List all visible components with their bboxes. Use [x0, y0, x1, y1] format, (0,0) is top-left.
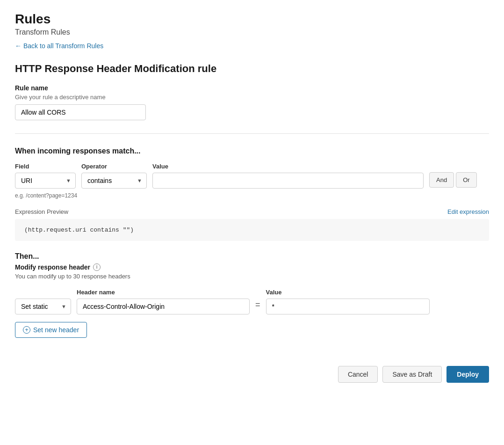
cancel-button[interactable]: Cancel — [338, 366, 378, 383]
field-select[interactable]: URI — [15, 173, 76, 189]
and-button[interactable]: And — [429, 172, 454, 188]
equals-sign: = — [255, 300, 260, 314]
expression-box: (http.request.uri contains "") — [15, 219, 489, 241]
back-link[interactable]: ← Back to all Transform Rules — [15, 42, 103, 50]
then-title: Then... — [15, 252, 489, 261]
modify-label-row: Modify response header i — [15, 263, 489, 271]
operation-select-wrapper: Set static Remove Add ▼ — [15, 299, 71, 314]
expression-section: Expression Preview Edit expression (http… — [15, 208, 489, 241]
rule-name-section: Rule name Give your rule a descriptive n… — [15, 84, 489, 120]
operator-select-wrapper: contains ▼ — [81, 173, 147, 189]
field-label: Field — [15, 163, 76, 170]
value-col: Value — [152, 163, 424, 189]
condition-value-input[interactable] — [152, 173, 424, 189]
save-draft-button[interactable]: Save as Draft — [382, 366, 442, 383]
rule-name-input[interactable] — [15, 104, 146, 120]
operator-select[interactable]: contains — [81, 173, 147, 189]
field-select-wrapper: URI ▼ — [15, 173, 76, 189]
footer-actions: Cancel Save as Draft Deploy — [15, 357, 489, 383]
back-arrow: ← — [15, 42, 22, 50]
header-value-label: Value — [266, 289, 430, 296]
condition-row: Field URI ▼ Operator contains ▼ Value — [15, 163, 489, 189]
plus-circle-icon: + — [23, 326, 30, 334]
expression-code: (http.request.uri contains "") — [24, 226, 134, 233]
modify-response-label: Modify response header — [15, 263, 90, 271]
value-label: Value — [152, 163, 424, 170]
divider-1 — [15, 133, 489, 134]
operation-col: Set static Remove Add ▼ — [15, 287, 71, 314]
edit-expression-link[interactable]: Edit expression — [447, 208, 489, 215]
and-or-group: And Or — [429, 172, 477, 188]
when-heading: When incoming responses match... — [15, 147, 489, 155]
header-name-input[interactable] — [77, 299, 250, 314]
add-header-label: Set new header — [33, 326, 79, 334]
page-subtitle: Transform Rules — [15, 28, 489, 36]
operation-select[interactable]: Set static Remove Add — [15, 299, 71, 314]
add-header-button[interactable]: + Set new header — [15, 322, 87, 338]
operator-label: Operator — [81, 163, 147, 170]
expression-header: Expression Preview Edit expression — [15, 208, 489, 215]
expression-label: Expression Preview — [15, 208, 68, 215]
then-section: Then... Modify response header i You can… — [15, 252, 489, 338]
operator-col: Operator contains ▼ — [81, 163, 147, 189]
header-value-col: Value — [266, 289, 430, 314]
header-name-label: Header name — [77, 289, 250, 296]
rule-name-hint: Give your rule a descriptive name — [15, 94, 489, 101]
modify-hint: You can modify up to 30 response headers — [15, 273, 489, 280]
or-button[interactable]: Or — [456, 172, 476, 188]
field-col: Field URI ▼ — [15, 163, 76, 189]
page-title: Rules — [15, 11, 489, 27]
header-name-col: Header name — [77, 289, 250, 314]
value-hint: e.g. /content?page=1234 — [15, 192, 489, 199]
rule-name-label: Rule name — [15, 84, 489, 92]
info-icon[interactable]: i — [93, 263, 101, 271]
when-section: When incoming responses match... Field U… — [15, 147, 489, 199]
back-link-label: Back to all Transform Rules — [23, 42, 103, 50]
header-modification-row: Set static Remove Add ▼ Header name = Va… — [15, 287, 489, 314]
form-title: HTTP Response Header Modification rule — [15, 63, 489, 75]
header-value-input[interactable] — [266, 299, 430, 314]
deploy-button[interactable]: Deploy — [446, 366, 489, 383]
